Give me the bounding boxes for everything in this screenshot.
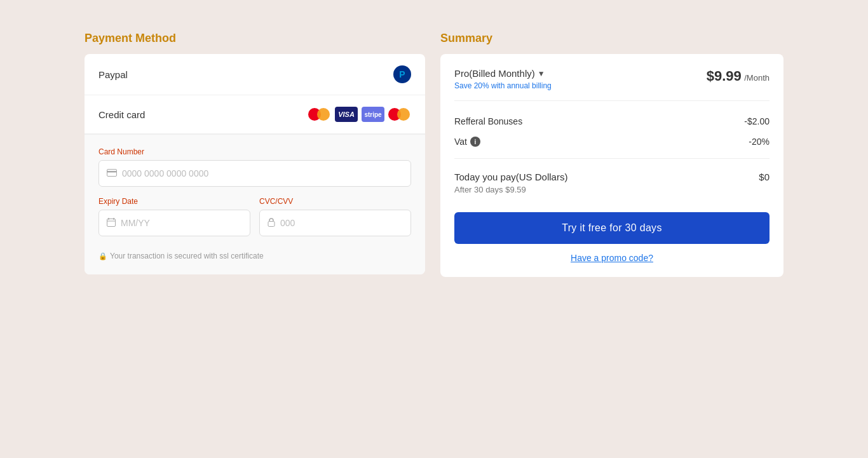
summary-header: Pro(Billed Monthly) ▼ Save 20% with annu… (454, 68, 770, 101)
referral-label: Refferal Bonuses (454, 116, 522, 126)
lock-icon (268, 218, 275, 229)
vat-value: -20% (749, 137, 770, 147)
mastercard-icon (308, 107, 331, 122)
mastercard2-icon (388, 107, 411, 122)
expiry-group: Expiry Date (98, 197, 250, 236)
cvc-wrapper (259, 210, 411, 236)
expiry-cvc-row: Expiry Date (98, 197, 411, 246)
today-row: Today you pay(US Dollars) $0 (454, 172, 770, 182)
svg-rect-2 (107, 170, 117, 177)
credit-card-label: Credit card (98, 109, 145, 120)
paypal-label: Paypal (98, 69, 128, 80)
security-lock-icon: 🔒 (98, 252, 107, 260)
svg-rect-3 (107, 171, 117, 173)
expiry-input[interactable] (121, 210, 242, 236)
price-amount: $9.99 (707, 68, 742, 84)
plan-info: Pro(Billed Monthly) ▼ Save 20% with annu… (454, 68, 552, 90)
today-label: Today you pay(US Dollars) (454, 172, 567, 182)
cvc-input[interactable] (280, 210, 403, 236)
security-note: 🔒 Your transaction is secured with ssl c… (98, 252, 411, 260)
price-period: /Month (744, 73, 770, 83)
credit-card-option[interactable]: Credit card VISA stripe (85, 95, 425, 134)
card-number-input[interactable] (122, 161, 403, 186)
referral-row: Refferal Bonuses -$2.00 (454, 111, 770, 131)
stripe-icon: stripe (362, 107, 384, 122)
payment-method-title: Payment Method (85, 32, 425, 45)
visa-icon: VISA (335, 107, 358, 122)
summary-card: Pro(Billed Monthly) ▼ Save 20% with annu… (440, 54, 783, 277)
summary-title: Summary (440, 32, 783, 45)
after-days-text: After 30 days $9.59 (454, 185, 770, 194)
card-number-group: Card Number (98, 147, 411, 187)
expiry-wrapper (98, 210, 250, 236)
promo-code-link[interactable]: Have a promo code? (454, 253, 770, 263)
card-number-label: Card Number (98, 147, 411, 156)
summary-divider (454, 158, 770, 159)
card-icons: VISA stripe (308, 107, 411, 122)
vat-label: Vat i (454, 137, 480, 147)
cvc-group: CVC/CVV (259, 197, 411, 236)
svg-rect-4 (107, 219, 116, 226)
plan-dropdown-arrow[interactable]: ▼ (538, 69, 545, 78)
today-pay-section: Today you pay(US Dollars) $0 After 30 da… (454, 165, 770, 201)
paypal-icon: P (393, 65, 411, 83)
svg-rect-8 (268, 221, 275, 226)
plan-price: $9.99 /Month (707, 68, 770, 84)
card-number-wrapper (98, 160, 411, 187)
paypal-icons: P (393, 65, 411, 83)
try-free-button[interactable]: Try it free for 30 days (454, 212, 770, 244)
summary-panel: Summary Pro(Billed Monthly) ▼ Save 20% w… (440, 32, 783, 277)
card-icon-small (107, 168, 117, 178)
referral-value: -$2.00 (744, 116, 770, 126)
payment-card: Paypal P Credit card (85, 54, 425, 274)
plan-name: Pro(Billed Monthly) ▼ (454, 68, 552, 79)
paypal-option[interactable]: Paypal P (85, 54, 425, 95)
today-value: $0 (759, 172, 770, 182)
expiry-label: Expiry Date (98, 197, 250, 206)
payment-method-panel: Payment Method Paypal P Credit card (85, 32, 425, 277)
save-annual-link[interactable]: Save 20% with annual billing (454, 81, 552, 90)
svg-text:P: P (399, 69, 405, 79)
vat-row: Vat i -20% (454, 131, 770, 152)
cvc-label: CVC/CVV (259, 197, 411, 206)
card-form: Card Number Expiry Date (85, 134, 425, 274)
calendar-icon (107, 218, 116, 229)
vat-info-icon[interactable]: i (470, 137, 480, 147)
